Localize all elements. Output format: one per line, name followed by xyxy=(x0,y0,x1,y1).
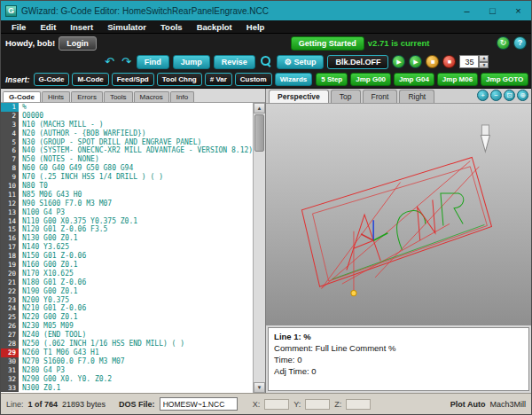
zoom-in-icon[interactable]: + xyxy=(477,90,489,101)
play-to-line-button[interactable]: ▶ xyxy=(409,55,422,68)
redo-button[interactable]: ↷ xyxy=(120,56,133,67)
view-tab-front[interactable]: Front xyxy=(363,90,398,103)
sync-button[interactable]: ↻ xyxy=(497,36,510,50)
code-line[interactable]: 3N10 (MACH3 MILL - ) xyxy=(1,121,253,129)
code-line[interactable]: 30N270 S1600.0 F7.0 M3 M07 xyxy=(1,357,253,366)
code-line[interactable]: 33N300 Z0.1 xyxy=(1,384,253,393)
scroll-up-button[interactable]: ▲ xyxy=(254,103,265,114)
code-line[interactable]: 16N130 G00 Z0.1 xyxy=(1,234,253,243)
code-line[interactable]: 31N280 G4 P3 xyxy=(1,366,253,375)
menu-item-edit[interactable]: Edit xyxy=(33,22,63,32)
code-line[interactable]: 18N150 G01 Z-0.06 xyxy=(1,252,253,261)
button-5-step[interactable]: 5 Step xyxy=(316,73,348,86)
code-line[interactable]: 6N40 (SYSTEM- ONECNC-XR2 MILL ADVANTAGE … xyxy=(1,146,253,155)
toolbar-row-middle: ↶ ↷ Find Jump Revise ⚙ Setup Blk.Del.OFF… xyxy=(1,52,531,71)
close-button[interactable]: × xyxy=(505,1,531,20)
revise-button[interactable]: Revise xyxy=(214,55,255,69)
view-tab-perspective[interactable]: Perspective xyxy=(269,90,329,103)
insert-button-var[interactable]: # Var xyxy=(205,73,232,86)
editor-tab-g-code[interactable]: G-Code xyxy=(3,91,41,102)
code-line[interactable]: 4N20 (AUTHOR - {BOB WARFIELD}) xyxy=(1,129,253,138)
button-jmp-g04[interactable]: Jmp G04 xyxy=(394,73,434,86)
menu-item-tools[interactable]: Tools xyxy=(153,22,190,32)
menu-item-file[interactable]: File xyxy=(4,22,33,32)
editor-tab-info[interactable]: Info xyxy=(170,91,194,102)
code-line[interactable]: 2O0000 xyxy=(1,112,253,121)
code-line[interactable]: 8N60 G0 G40 G49 G50 G80 G94 xyxy=(1,164,253,173)
pause-button[interactable]: ▮▮ xyxy=(426,55,439,68)
code-line[interactable]: 20N170 X10.625 xyxy=(1,270,253,278)
zoom-extents-icon[interactable]: ⊕ xyxy=(517,90,528,101)
backplot-viewport[interactable] xyxy=(266,104,531,325)
maximize-button[interactable]: □ xyxy=(480,1,505,20)
button-jmp-g00[interactable]: Jmp G00 xyxy=(350,73,391,86)
play-button[interactable]: ▶ xyxy=(392,55,405,68)
login-button[interactable]: Login xyxy=(59,36,97,51)
zoom-window-icon[interactable]: ⊡ xyxy=(504,90,515,101)
speed-down-button[interactable]: ▼ xyxy=(479,62,489,69)
insert-button-custom[interactable]: Custom xyxy=(235,73,272,86)
view-tab-right[interactable]: Right xyxy=(399,90,434,103)
button-jmp-goto[interactable]: Jmp GOTO xyxy=(481,73,528,86)
editor-tab-tools[interactable]: Tools xyxy=(104,91,133,102)
code-line[interactable]: 23N200 Y0.375 xyxy=(1,296,253,305)
stop-button[interactable]: ■ xyxy=(442,55,456,68)
code-line[interactable]: 14N110 G00 X0.375 Y0.375 Z0.1 xyxy=(1,217,253,226)
code-line[interactable]: 13N100 G4 P3 xyxy=(1,208,253,217)
code-line[interactable]: 12N90 S1600 F7.0 M3 M07 xyxy=(1,200,253,208)
menu-item-help[interactable]: Help xyxy=(239,22,272,32)
scrollbar-thumb[interactable] xyxy=(254,114,264,152)
code-line[interactable]: 24N210 G01 Z-0.06 xyxy=(1,304,253,313)
help-button[interactable]: ? xyxy=(513,36,527,50)
code-line[interactable]: 17N140 Y3.625 xyxy=(1,243,253,252)
code-line[interactable]: 22N190 G00 Z0.1 xyxy=(1,287,253,296)
code-line-text: N210 G01 Z-0.06 xyxy=(19,304,86,313)
editor-scrollbar[interactable]: ▲ ▼ xyxy=(253,103,265,393)
menu-item-backplot[interactable]: Backplot xyxy=(190,22,239,32)
menu-item-insert[interactable]: Insert xyxy=(63,22,100,32)
insert-button-m-code[interactable]: M-Code xyxy=(72,73,108,86)
insert-button-tool-chng[interactable]: Tool Chng xyxy=(157,73,202,86)
view-tab-bar-wrap: PerspectiveTopFrontRight + − ⊡ ⊕ xyxy=(266,89,531,104)
speed-up-button[interactable]: ▲ xyxy=(479,55,489,62)
find-button[interactable]: Find xyxy=(137,55,169,69)
code-line[interactable]: 28N250 (.062 INCH 1/16 HSS END MILL) ( ) xyxy=(1,340,253,348)
code-line[interactable]: 32N290 G00 X0. Y0. Z0.2 xyxy=(1,375,253,384)
code-line[interactable]: 7N50 (NOTES - NONE) xyxy=(1,155,253,164)
code-line[interactable]: 29N260 T1 M06 G43 H1 xyxy=(1,348,253,357)
menu-item-simulator[interactable]: Simulator xyxy=(100,22,153,32)
undo-button[interactable]: ↶ xyxy=(103,56,116,67)
code-line[interactable]: 11N85 M06 G43 H0 xyxy=(1,191,253,200)
setup-button[interactable]: ⚙ Setup xyxy=(277,55,325,69)
minimize-button[interactable]: – xyxy=(454,1,480,20)
getting-started-button[interactable]: Getting Started xyxy=(291,36,364,51)
view-tab-top[interactable]: Top xyxy=(331,90,361,103)
setup-label: Setup xyxy=(293,58,316,67)
insert-button-g-code[interactable]: G-Code xyxy=(34,73,70,86)
code-line[interactable]: 10N80 T0 xyxy=(1,182,253,191)
scroll-down-button[interactable]: ▼ xyxy=(254,382,265,393)
code-line[interactable]: 5N30 (GROUP - SPOT DRILL AND ENGRAVE PAN… xyxy=(1,138,253,147)
editor-tab-errors[interactable]: Errors xyxy=(71,91,103,102)
code-line-list[interactable]: 1%2O00003N10 (MACH3 MILL - )4N20 (AUTHOR… xyxy=(1,103,253,393)
editor-tab-macros[interactable]: Macros xyxy=(134,91,169,102)
zoom-tool-button[interactable] xyxy=(259,56,273,68)
insert-button-wizards[interactable]: Wizards xyxy=(275,73,313,86)
status-bar: Line: 1 of 764 21893 bytes DOS File: X: … xyxy=(1,393,531,414)
editor-tab-hints[interactable]: Hints xyxy=(42,91,70,102)
button-jmp-m06[interactable]: Jmp M06 xyxy=(437,73,478,86)
code-line[interactable]: 9N70 (.25 INCH HSS 1/4 DRILL ) ( ) xyxy=(1,173,253,182)
block-delete-button[interactable]: Blk.Del.OFF xyxy=(327,55,388,69)
dos-file-input[interactable] xyxy=(160,397,238,411)
speed-spinner[interactable]: 35 ▲ ▼ xyxy=(459,55,489,68)
jump-button[interactable]: Jump xyxy=(173,55,210,69)
code-line[interactable]: 1% xyxy=(1,103,253,112)
code-line[interactable]: 19N160 G00 Z0.1 xyxy=(1,261,253,270)
code-line[interactable]: 25N220 G00 Z0.1 xyxy=(1,313,253,322)
code-line[interactable]: 26N230 M05 M09 xyxy=(1,322,253,331)
insert-button-feed-spd[interactable]: Feed/Spd xyxy=(112,73,154,86)
code-line[interactable]: 15N120 G01 Z-0.06 F3.5 xyxy=(1,225,253,234)
zoom-out-icon[interactable]: − xyxy=(490,90,502,101)
code-line[interactable]: 21N180 G01 Z-0.06 xyxy=(1,278,253,287)
code-line[interactable]: 27N240 (END TOOL) xyxy=(1,331,253,340)
